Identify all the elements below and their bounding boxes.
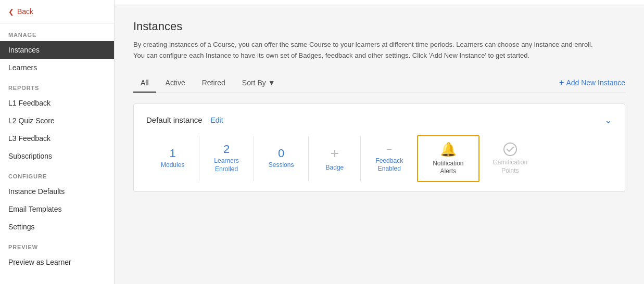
sort-by-dropdown[interactable]: Sort By ▼ — [235, 74, 283, 92]
back-chevron-icon: ❮ — [8, 8, 14, 16]
gamification-icon — [503, 142, 517, 157]
instance-card-header: Default instance Edit ⌄ — [146, 114, 612, 126]
svg-point-0 — [504, 143, 516, 156]
metric-notification-label: NotificationAlerts — [433, 160, 463, 176]
feedback-dash-icon: − — [387, 144, 393, 155]
sidebar-section-reports: REPORTS — [0, 76, 114, 94]
metric-gamification-label: GamificationPoints — [493, 159, 528, 175]
badge-plus-icon: + — [331, 145, 339, 162]
back-button[interactable]: ❮ Back — [0, 0, 114, 23]
sidebar-item-instance-defaults[interactable]: Instance Defaults — [0, 183, 114, 200]
sidebar-item-l1-feedback[interactable]: L1 Feedback — [0, 94, 114, 112]
metrics-row: 1 Modules 2 LearnersEnrolled 0 Sessions … — [146, 136, 612, 181]
metric-learners-label: LearnersEnrolled — [214, 157, 238, 173]
sidebar-section-configure: CONFIGURE — [0, 165, 114, 183]
tab-retired[interactable]: Retired — [195, 74, 233, 92]
sidebar: ❮ Back MANAGE Instances Learners REPORTS… — [0, 0, 115, 284]
main-content: Instances By creating Instances of a Cou… — [115, 0, 644, 284]
back-label: Back — [17, 7, 33, 16]
page-title: Instances — [133, 20, 625, 33]
sidebar-item-subscriptions[interactable]: Subscriptions — [0, 147, 114, 165]
sidebar-item-learners[interactable]: Learners — [0, 59, 114, 76]
metric-sessions[interactable]: 0 Sessions — [254, 136, 309, 181]
instance-expand-icon[interactable]: ⌄ — [604, 114, 612, 126]
metric-modules[interactable]: 1 Modules — [146, 136, 199, 181]
sidebar-item-preview-as-learner[interactable]: Preview as Learner — [0, 253, 114, 271]
tab-active[interactable]: Active — [158, 74, 193, 92]
sidebar-item-settings[interactable]: Settings — [0, 218, 114, 236]
instance-card-title-area: Default instance Edit — [146, 115, 223, 124]
tabs-bar: All Active Retired Sort By ▼ + Add New I… — [133, 74, 625, 93]
sidebar-section-manage: MANAGE — [0, 23, 114, 41]
chevron-down-icon: ▼ — [268, 79, 275, 87]
metric-notification-alerts[interactable]: 🔔 NotificationAlerts — [417, 135, 479, 182]
sidebar-item-instances[interactable]: Instances — [0, 41, 114, 59]
metric-learners-value: 2 — [223, 144, 230, 155]
sidebar-section-preview: PREVIEW — [0, 236, 114, 253]
bell-icon: 🔔 — [440, 141, 457, 158]
metric-modules-label: Modules — [161, 161, 184, 170]
plus-icon: + — [559, 78, 564, 87]
page-description: By creating Instances of a Course, you c… — [133, 40, 602, 61]
metric-sessions-label: Sessions — [269, 161, 294, 170]
metric-gamification-points[interactable]: GamificationPoints — [478, 136, 542, 181]
metric-learners-enrolled[interactable]: 2 LearnersEnrolled — [199, 136, 254, 181]
metric-badge-label: Badge — [326, 164, 344, 172]
instance-card-title: Default instance — [146, 115, 203, 124]
metric-modules-value: 1 — [170, 148, 176, 159]
sidebar-item-email-templates[interactable]: Email Templates — [0, 200, 114, 218]
header-divider — [115, 0, 644, 5]
content-area: Instances By creating Instances of a Cou… — [115, 5, 644, 284]
metric-feedback-label: FeedbackEnabled — [375, 157, 403, 173]
metric-sessions-value: 0 — [278, 148, 284, 159]
instance-card: Default instance Edit ⌄ 1 Modules 2 Lear… — [133, 104, 625, 192]
sidebar-item-l3-feedback[interactable]: L3 Feedback — [0, 130, 114, 147]
sidebar-item-l2-quiz-score[interactable]: L2 Quiz Score — [0, 112, 114, 130]
instance-edit-link[interactable]: Edit — [210, 116, 223, 124]
add-new-instance-button[interactable]: + Add New Instance — [559, 74, 625, 93]
metric-feedback-enabled[interactable]: − FeedbackEnabled — [361, 136, 418, 181]
tab-all[interactable]: All — [133, 74, 156, 92]
metric-badge[interactable]: + Badge — [309, 136, 361, 181]
